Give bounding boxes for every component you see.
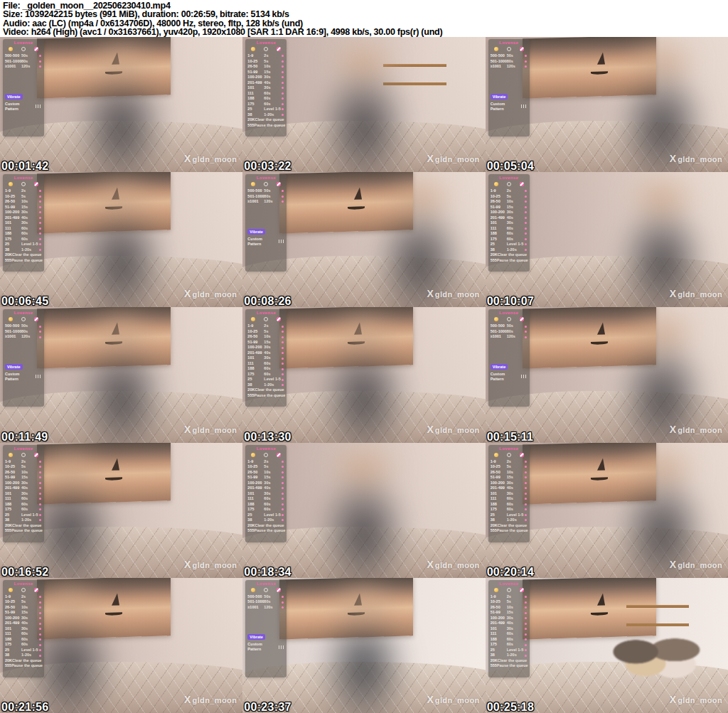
tip-amount: 555 — [491, 663, 497, 669]
tip-amount: 38 — [491, 518, 507, 523]
tip-menu-row: 100-20030s — [491, 481, 528, 486]
tip-amount: 20K — [491, 252, 498, 258]
tip-dot-icon — [39, 60, 41, 63]
tip-dot-icon — [39, 238, 41, 240]
tip-amount: 25 — [247, 377, 264, 382]
tip-action: 40s — [507, 621, 525, 626]
tip-amount: 25 — [5, 648, 21, 653]
tip-action: 30s — [21, 626, 39, 632]
tip-menu-row: 25Level 1-5 — [491, 242, 528, 247]
tip-amount: 500-500 — [247, 188, 264, 194]
tip-dot-icon — [525, 471, 527, 473]
tip-menu-row: 10-255s — [5, 194, 42, 200]
tip-menu-row: 10-255s — [491, 464, 528, 470]
thumbnail-grid: Lovense500-50050s501-100080s≥1001120sVib… — [0, 37, 728, 713]
video-thumbnail: Lovense500-50050s501-100080s≥1001120sVib… — [486, 37, 728, 172]
x-logo-icon: X — [670, 559, 676, 569]
tip-menu-panel: Lovense1-92s10-255s26-5010s51-9915s100-2… — [3, 174, 44, 272]
tip-amount: 555 — [247, 123, 254, 129]
boat-hull-shape — [590, 612, 607, 616]
tip-dot-icon — [525, 326, 527, 328]
x-logo-icon: X — [184, 154, 191, 163]
tip-dot-icon — [39, 493, 41, 495]
tip-amount: 501-1000 — [247, 194, 264, 200]
watermark-text: gldn_moon — [435, 696, 480, 704]
timestamp-label: 00:01:42 — [1, 160, 48, 172]
timer-icon — [507, 588, 511, 592]
watermark-text: gldn_moon — [435, 290, 480, 299]
tip-menu-row: 100-20030s — [5, 616, 42, 621]
watermark: X gldn_moon — [427, 559, 479, 569]
tip-action: 10s — [507, 470, 525, 476]
x-logo-icon: X — [184, 695, 191, 704]
tip-menu-title: Lovense — [5, 581, 42, 586]
tip-amount: 188 — [247, 96, 264, 102]
tip-amount: ≥1001 — [491, 64, 507, 70]
custom-pattern-label: Custom Pattern — [491, 372, 519, 382]
tip-action: 30s — [264, 481, 282, 486]
tip-dot-icon — [282, 55, 284, 57]
tip-dot-icon — [39, 243, 41, 245]
tip-amount: 38 — [491, 653, 507, 658]
tip-dot-icon — [39, 466, 41, 468]
tip-dot-icon — [525, 336, 527, 338]
tip-dot-icon — [282, 114, 284, 116]
tip-dot-icon — [39, 471, 41, 473]
tip-dot-icon — [525, 55, 527, 57]
tip-action: 120s — [21, 334, 39, 340]
tip-action: 2s — [21, 459, 39, 465]
boat-sail-shape — [597, 593, 605, 605]
no-entry-icon — [277, 588, 281, 592]
tip-amount: 101 — [5, 220, 21, 226]
tip-action: Clear the queue — [12, 658, 41, 664]
no-entry-icon — [34, 453, 38, 457]
sunset-painting — [523, 578, 656, 639]
tip-amount: 10-25 — [247, 59, 264, 65]
timestamp-label: 00:18:34 — [244, 566, 291, 578]
tip-dot-icon — [39, 633, 41, 636]
tip-action: Level 1-5 — [264, 377, 282, 382]
tip-dot-icon — [525, 633, 527, 636]
frame-scene: Lovense500-50050s501-100080s≥1001120sVib… — [242, 172, 485, 307]
tip-menu-row: 18860s — [247, 502, 284, 508]
tip-dot-icon — [525, 331, 527, 333]
tip-menu-row: 17560s — [5, 237, 42, 242]
tip-action: 30s — [507, 210, 525, 215]
tip-amount: 101 — [247, 355, 264, 361]
tip-action: 30s — [21, 220, 39, 226]
watermark-text: gldn_moon — [192, 696, 237, 704]
vibrate-badge: Vibrate — [247, 634, 265, 640]
tip-action: 60s — [507, 231, 525, 237]
tip-dot-icon — [525, 60, 527, 63]
tip-dot-icon — [39, 644, 41, 646]
no-entry-icon — [277, 47, 281, 51]
tip-menu-title: Lovense — [247, 41, 284, 45]
tip-dot-icon — [39, 487, 41, 489]
coin-icon — [9, 182, 13, 186]
tip-menu-row: 51-9915s — [491, 205, 528, 210]
tip-menu-row: 1-92s — [247, 459, 284, 465]
tip-amount: 101 — [247, 491, 264, 497]
tip-menu-row: 381-20s — [247, 518, 284, 523]
tip-action: 30s — [507, 481, 525, 486]
tip-dot-icon — [525, 617, 527, 619]
tip-menu-row: 11160s — [247, 496, 284, 502]
tip-dot-icon — [525, 628, 527, 630]
tip-dot-icon — [525, 482, 527, 484]
tip-action: 60s — [21, 631, 39, 637]
no-entry-icon — [520, 453, 524, 457]
tip-action: Clear the queue — [255, 523, 284, 529]
tip-menu-row: 20KClear the queue — [5, 252, 42, 258]
tip-menu-row: 17560s — [247, 372, 284, 377]
tip-dot-icon — [282, 341, 284, 343]
tip-amount: 10-25 — [491, 599, 507, 605]
tip-dot-icon — [39, 508, 41, 510]
tip-action: 30s — [21, 616, 39, 621]
tip-action: 60s — [264, 366, 282, 372]
tip-dot-icon — [525, 217, 527, 219]
custom-pattern-row: Custom Pattern — [5, 372, 42, 382]
tip-menu-row: 17560s — [5, 507, 42, 513]
watermark: X gldn_moon — [427, 154, 479, 163]
tip-menu-row: 25Level 1-5 — [247, 513, 284, 518]
tip-amount: 175 — [491, 642, 507, 648]
